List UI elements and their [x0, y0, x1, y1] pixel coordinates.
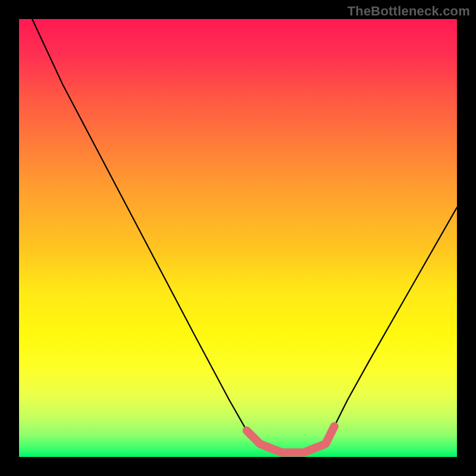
watermark-text: TheBottleneck.com — [347, 4, 470, 19]
chart-frame: TheBottleneck.com — [0, 0, 476, 476]
bottleneck-curve — [19, 19, 457, 457]
plot-area — [19, 19, 457, 457]
